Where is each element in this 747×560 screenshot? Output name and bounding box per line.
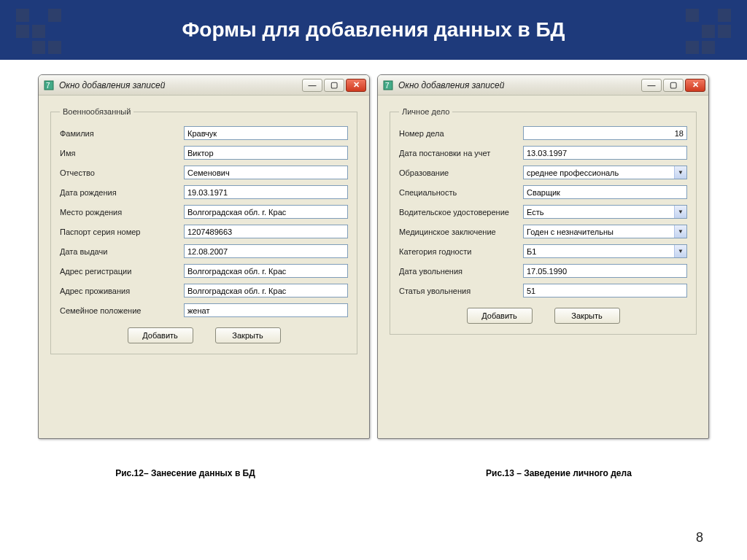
form-row: Дата рождения19.03.1971 bbox=[60, 185, 348, 199]
personal-field-8[interactable]: 51 bbox=[523, 284, 687, 298]
dropdown-arrow-icon[interactable]: ▼ bbox=[674, 245, 686, 257]
minimize-button[interactable]: — bbox=[302, 79, 322, 92]
close-form-button[interactable]: Закрыть bbox=[215, 327, 281, 343]
maximize-button[interactable]: ▢ bbox=[663, 79, 684, 92]
field-label: Номер дела bbox=[399, 129, 523, 138]
form-row: Дата постановки на учет13.03.1997 bbox=[399, 146, 687, 160]
personal-field-1[interactable]: 13.03.1997 bbox=[523, 146, 687, 160]
field-label: Отчество bbox=[60, 168, 184, 177]
field-label: Водительское удостоверение bbox=[399, 208, 523, 217]
form-row: СпециальностьСварщик bbox=[399, 185, 687, 199]
minimize-button[interactable]: — bbox=[641, 79, 662, 92]
military-field-8[interactable]: Волгоградская обл. г. Крас bbox=[184, 284, 348, 298]
field-label: Дата постановки на учет bbox=[399, 149, 523, 158]
field-label: Семейное положение bbox=[60, 306, 184, 315]
captions-row: Рис.12– Занесение данных в БД Рис.13 – З… bbox=[0, 468, 747, 478]
page-number: 8 bbox=[696, 530, 703, 545]
caption-right: Рис.13 – Заведение личного дела bbox=[486, 468, 632, 478]
groupbox-military: Военнообязанный ФамилияКравчукИмяВикторО… bbox=[50, 107, 357, 354]
military-field-4[interactable]: Волгоградская обл. г. Крас bbox=[184, 205, 348, 219]
svg-text:7: 7 bbox=[46, 82, 50, 90]
military-field-6[interactable]: 12.08.2007 bbox=[184, 244, 348, 258]
personal-field-6[interactable]: Б1▼ bbox=[523, 244, 687, 258]
field-value: 51 bbox=[527, 287, 535, 295]
groupbox-legend: Личное дело bbox=[399, 107, 452, 116]
military-field-5[interactable]: 1207489663 bbox=[184, 225, 348, 238]
military-field-7[interactable]: Волгоградская обл. г. Крас bbox=[184, 264, 348, 278]
field-value: Семенович bbox=[187, 168, 230, 177]
add-button[interactable]: Добавить bbox=[128, 327, 193, 343]
field-label: Адрес проживания bbox=[60, 287, 184, 295]
form-row: Статья увольнения51 bbox=[399, 284, 687, 298]
field-value: Волгоградская обл. г. Крас bbox=[187, 267, 286, 276]
window-add-records-left: 7 Окно добавления записей — ▢ ✕ Военнооб… bbox=[38, 74, 370, 439]
form-row: Семейное положениеженат bbox=[60, 303, 348, 317]
military-field-3[interactable]: 19.03.1971 bbox=[184, 185, 348, 199]
titlebar[interactable]: 7 Окно добавления записей — ▢ ✕ bbox=[39, 75, 369, 96]
form-row: Адрес проживанияВолгоградская обл. г. Кр… bbox=[60, 284, 348, 298]
maximize-button[interactable]: ▢ bbox=[324, 79, 344, 92]
field-value: Б1 bbox=[527, 247, 536, 256]
window-title: Окно добавления записей bbox=[398, 80, 641, 90]
military-field-1[interactable]: Виктор bbox=[184, 146, 348, 160]
field-label: Паспорт серия номер bbox=[60, 228, 184, 236]
form-row: Адрес регистрацииВолгоградская обл. г. К… bbox=[60, 264, 348, 278]
field-label: Адрес регистрации bbox=[60, 267, 184, 276]
form-row: Медицинское заключениеГоден с незначител… bbox=[399, 225, 687, 238]
field-label: Фамилия bbox=[60, 129, 184, 138]
field-label: Специальность bbox=[399, 188, 523, 197]
form-row: ОтчествоСеменович bbox=[60, 166, 348, 179]
field-value: 18 bbox=[675, 129, 684, 138]
field-label: Образование bbox=[399, 168, 523, 177]
slide-header: Формы для добавления данных в БД bbox=[0, 0, 747, 60]
groupbox-legend: Военнообязанный bbox=[60, 107, 133, 116]
field-value: 13.03.1997 bbox=[527, 149, 567, 158]
field-value: 12.08.2007 bbox=[187, 247, 228, 256]
close-button[interactable]: ✕ bbox=[685, 79, 705, 92]
close-form-button[interactable]: Закрыть bbox=[554, 308, 620, 324]
form-row: Паспорт серия номер1207489663 bbox=[60, 225, 348, 238]
close-button[interactable]: ✕ bbox=[346, 79, 366, 92]
form-row: ИмяВиктор bbox=[60, 146, 348, 160]
add-button[interactable]: Добавить bbox=[467, 308, 533, 324]
titlebar[interactable]: 7 Окно добавления записей — ▢ ✕ bbox=[378, 75, 708, 96]
app-icon: 7 bbox=[382, 79, 394, 91]
field-label: Имя bbox=[60, 149, 184, 158]
app-icon: 7 bbox=[43, 79, 55, 91]
field-value: Волгоградская обл. г. Крас bbox=[187, 287, 286, 295]
form-row: Образованиесреднее профессиональ▼ bbox=[399, 166, 687, 179]
personal-field-0[interactable]: 18 bbox=[523, 126, 687, 140]
personal-field-3[interactable]: Сварщик bbox=[523, 185, 687, 199]
dropdown-arrow-icon[interactable]: ▼ bbox=[674, 225, 686, 238]
personal-field-7[interactable]: 17.05.1990 bbox=[523, 264, 687, 278]
window-title: Окно добавления записей bbox=[59, 80, 302, 90]
field-value: 17.05.1990 bbox=[527, 267, 567, 276]
dropdown-arrow-icon[interactable]: ▼ bbox=[674, 166, 686, 179]
slide-title: Формы для добавления данных в БД bbox=[182, 18, 565, 42]
form-row: Номер дела18 bbox=[399, 126, 687, 140]
military-field-0[interactable]: Кравчук bbox=[184, 126, 348, 140]
caption-left: Рис.12– Занесение данных в БД bbox=[115, 468, 255, 478]
field-label: Дата рождения bbox=[60, 188, 184, 197]
personal-field-2[interactable]: среднее профессиональ▼ bbox=[523, 166, 687, 179]
dropdown-arrow-icon[interactable]: ▼ bbox=[674, 206, 686, 218]
personal-field-5[interactable]: Годен с незначительны▼ bbox=[523, 225, 687, 238]
field-label: Дата выдачи bbox=[60, 247, 184, 256]
field-value: женат bbox=[187, 306, 209, 315]
field-value: Сварщик bbox=[527, 188, 560, 197]
military-field-2[interactable]: Семенович bbox=[184, 166, 348, 179]
personal-field-4[interactable]: Есть▼ bbox=[523, 205, 687, 219]
field-label: Место рождения bbox=[60, 208, 184, 217]
military-field-9[interactable]: женат bbox=[184, 303, 348, 317]
field-value: среднее профессиональ bbox=[527, 168, 619, 177]
form-row: Место рожденияВолгоградская обл. г. Крас bbox=[60, 205, 348, 219]
form-row: Категория годностиБ1▼ bbox=[399, 244, 687, 258]
field-value: 1207489663 bbox=[187, 228, 232, 236]
field-label: Статья увольнения bbox=[399, 287, 523, 295]
field-value: 19.03.1971 bbox=[187, 188, 228, 197]
svg-text:7: 7 bbox=[385, 82, 390, 90]
content-area: 7 Окно добавления записей — ▢ ✕ Военнооб… bbox=[0, 60, 747, 439]
field-value: Кравчук bbox=[187, 129, 217, 138]
form-row: Дата увольнения17.05.1990 bbox=[399, 264, 687, 278]
field-label: Медицинское заключение bbox=[399, 228, 523, 236]
